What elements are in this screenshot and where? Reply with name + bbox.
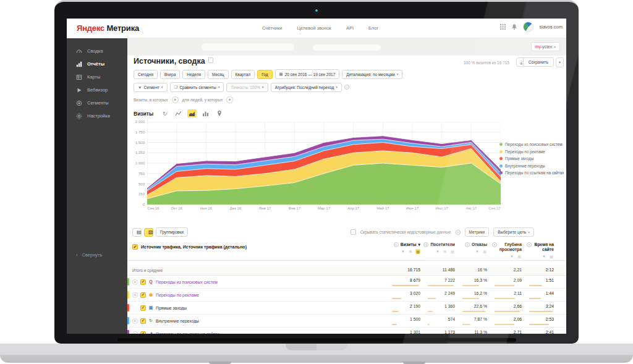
filter-funnel-icon[interactable]: ▼ — [509, 254, 514, 259]
column-header-Время на сайте[interactable]: iВремя на сайте▼▤ — [527, 242, 559, 259]
expand-row-button[interactable]: + — [132, 318, 138, 324]
value-bar — [462, 311, 486, 312]
date-range-button[interactable]: ▦20 сен 2016 — 19 сен 2017 — [275, 69, 340, 79]
row-link[interactable]: Переходы по рекламе — [156, 293, 199, 297]
cell-Глубина просмотра: 2,11 — [492, 289, 527, 301]
period-button-Квартал[interactable]: Квартал — [231, 70, 255, 79]
filter-funnel-icon[interactable]: ▼ — [542, 254, 546, 259]
compare-segments-button[interactable]: ❏Сравнить сегменты▾ — [170, 82, 224, 92]
user-avatar[interactable] — [523, 22, 533, 32]
filter-funnel-icon[interactable]: ▼ — [401, 249, 406, 254]
series-color-strip — [127, 330, 129, 334]
metrics-button[interactable]: Метрики — [465, 227, 490, 237]
row-checkbox[interactable]: ✓ — [140, 305, 146, 311]
filter-bars-icon[interactable]: ▤ — [482, 249, 487, 254]
visits-stacked-area-chart[interactable] — [147, 122, 501, 205]
expand-row-button[interactable]: + — [132, 279, 138, 285]
column-header-Отказы[interactable]: iОтказы▼▤ — [460, 242, 492, 254]
cell-Время на сайте: 2:53 — [527, 315, 559, 327]
filter-percent-icon[interactable]: % — [443, 249, 448, 254]
chart-type-line-icon[interactable] — [174, 109, 183, 117]
nav-link-Блог[interactable]: Блог — [368, 25, 378, 31]
expand-row-button[interactable]: + — [132, 331, 138, 334]
sidebar-item-Отчёты[interactable]: Отчёты — [67, 57, 127, 70]
cell-Отказы: 22,6 % — [460, 302, 492, 314]
row-link[interactable]: Внутренние переходы — [156, 319, 199, 323]
chevron-down-icon: ▾ — [397, 72, 399, 76]
select-all-checkbox[interactable]: ✓ — [132, 244, 138, 250]
chart-type-stacked-area-icon[interactable] — [187, 109, 197, 117]
info-icon[interactable]: i — [423, 242, 428, 247]
add-visit-condition-button[interactable]: + — [172, 96, 179, 103]
yandex-metrika-logo[interactable]: Яндекс Метрика — [77, 23, 139, 33]
row-checkbox[interactable]: ✓ — [140, 331, 146, 334]
period-button-Вчера[interactable]: Вчера — [160, 70, 180, 79]
row-checkbox[interactable]: ✓ — [140, 318, 146, 324]
sidebar-item-Настройка[interactable]: Настройка — [67, 109, 127, 122]
info-icon[interactable]: i — [456, 230, 461, 235]
filter-funnel-icon[interactable]: ▼ — [435, 249, 440, 254]
row-checkbox[interactable]: ✓ — [140, 292, 146, 298]
info-icon[interactable]: i — [527, 242, 532, 247]
sidebar-collapse-button[interactable]: ‹ Свернуть — [76, 252, 102, 258]
period-button-Сегодня[interactable]: Сегодня — [134, 70, 158, 79]
sidebar-item-Сегменты[interactable]: Сегменты — [67, 96, 127, 109]
period-button-Месяц[interactable]: Месяц — [208, 70, 229, 79]
row-checkbox[interactable]: ✓ — [140, 279, 146, 285]
cell-Посетители: 1 173 — [425, 328, 460, 334]
nav-link-API[interactable]: API — [346, 25, 354, 31]
info-icon[interactable]: i — [394, 242, 399, 247]
bookmark-icon[interactable] — [208, 57, 213, 63]
nav-link-Счётчики[interactable]: Счётчики — [262, 25, 282, 31]
chart-type-map-pin-icon[interactable] — [215, 109, 224, 117]
sidebar-item-Карты[interactable]: Карты — [67, 70, 127, 83]
add-people-condition-button[interactable]: + — [226, 96, 233, 103]
save-dropdown-button[interactable]: ▾ — [556, 57, 564, 67]
gear-icon — [76, 113, 82, 119]
hide-unreliable-checkbox[interactable] — [350, 229, 356, 235]
accuracy-button[interactable]: Точность: 100%▾ — [226, 83, 268, 92]
segment-button[interactable]: ▼Сегмент▾ — [134, 83, 168, 92]
apps-grid-icon[interactable] — [500, 24, 506, 30]
column-header-Глубина просмотра[interactable]: iГлубина просмотра▼▤ — [492, 242, 527, 259]
filter-funnel-icon[interactable]: ▼ — [475, 249, 480, 254]
info-icon[interactable]: i — [465, 242, 470, 247]
cell-Визиты: 8 679 — [389, 276, 425, 288]
expand-row-button[interactable]: + — [132, 292, 138, 298]
row-link[interactable]: Прямые заходы — [156, 306, 187, 310]
counter-selector[interactable]: my-yclex ▾ — [531, 42, 560, 51]
filter-bars-icon[interactable]: ▤ — [549, 254, 554, 259]
filter-bars-icon[interactable]: ▤ — [450, 249, 455, 254]
chart-type-columns-icon[interactable] — [201, 109, 210, 117]
column-header-Посетители[interactable]: iПосетители▼%▤ — [425, 242, 460, 254]
info-icon[interactable]: i — [344, 85, 349, 90]
filter-bars-icon[interactable]: ▤ — [517, 254, 522, 259]
save-button[interactable]: Сохранить — [523, 57, 554, 67]
legend-color-dot — [499, 164, 503, 167]
row-link[interactable]: Переходы из поисковых систем — [156, 280, 218, 284]
filter-percent-icon[interactable]: % — [408, 249, 413, 254]
chart-type-compare-icon[interactable]: ↻ — [160, 109, 169, 117]
nav-link-Целевой звонок[interactable]: Целевой звонок — [297, 25, 331, 31]
series-color-strip — [127, 278, 129, 286]
y-tick-label: 250 — [138, 192, 145, 196]
cell-Время на сайте: 1:44 — [527, 289, 559, 301]
view-list-toggle[interactable]: ▤ — [132, 228, 142, 237]
column-header-Визиты[interactable]: iВизиты▾▼%▤ — [389, 242, 425, 254]
detalization-button[interactable]: Детализация: по месяцам▾ — [342, 70, 402, 79]
choose-goal-button[interactable]: Выберите цель▾ — [493, 227, 534, 237]
filter-bars-icon[interactable]: ▤ — [415, 249, 420, 254]
period-button-Неделя[interactable]: Неделя — [182, 70, 205, 79]
account-domain[interactable]: slavos.com — [539, 24, 563, 30]
view-tree-toggle[interactable]: ▧ — [144, 228, 153, 237]
cell-Отказы: 16,2 % — [460, 289, 492, 301]
period-button-Год[interactable]: Год — [257, 70, 272, 79]
sidebar-item-Сводка[interactable]: Сводка — [67, 44, 127, 57]
row-link[interactable]: Переходы по ссылкам на сайтах — [156, 332, 219, 334]
groupings-button[interactable]: Группировки — [156, 227, 188, 237]
y-tick-label: 1 500 — [135, 141, 145, 145]
sidebar-item-Вебвизор[interactable]: Вебвизор — [67, 83, 127, 96]
info-icon[interactable]: i — [492, 242, 497, 247]
attribution-button[interactable]: Атрибуция: Последний переход▾ — [271, 83, 342, 92]
notifications-bell-icon[interactable] — [511, 23, 517, 30]
